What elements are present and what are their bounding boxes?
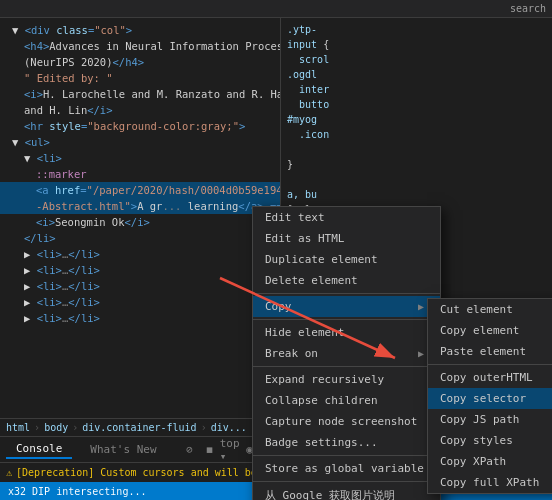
- code-line: ▶ <li>…</li>: [0, 310, 280, 326]
- breadcrumb-body[interactable]: body: [44, 422, 68, 433]
- right-line: [287, 142, 546, 157]
- breadcrumb-sep: ›: [201, 422, 207, 433]
- right-line: scrol: [287, 52, 546, 67]
- code-line-selected2: -Abstract.html">A gr... learning</a> ==: [0, 198, 280, 214]
- code-line: ::marker: [0, 166, 280, 182]
- separator: [253, 366, 440, 367]
- top-bar: search: [0, 0, 552, 18]
- menu-store[interactable]: Store as global variable: [253, 458, 440, 479]
- right-line: .icon: [287, 127, 546, 142]
- menu-break[interactable]: Break on ▶: [253, 343, 440, 364]
- submenu-cut[interactable]: Cut element: [428, 299, 552, 320]
- menu-delete[interactable]: Delete element: [253, 270, 440, 291]
- menu-google-img[interactable]: 从 Google 获取图片说明: [253, 484, 440, 500]
- right-line: a, bu: [287, 187, 546, 202]
- right-line: butto: [287, 97, 546, 112]
- breadcrumb-container[interactable]: div.container-fluid: [82, 422, 196, 433]
- right-line: #myog: [287, 112, 546, 127]
- top-select-wrapper[interactable]: top ▾: [223, 443, 237, 457]
- menu-badge[interactable]: Badge settings...: [253, 432, 440, 453]
- breadcrumb-html[interactable]: html: [6, 422, 30, 433]
- submenu-copy-xpath[interactable]: Copy XPath: [428, 451, 552, 472]
- breadcrumb-div[interactable]: div...: [211, 422, 247, 433]
- context-menu: Edit text Edit as HTML Duplicate element…: [252, 206, 441, 500]
- tab-console[interactable]: Console: [6, 440, 72, 459]
- triangle-icon: ▼: [12, 22, 25, 38]
- right-line: inter: [287, 82, 546, 97]
- code-line: </li>: [0, 230, 280, 246]
- submenu-copy-styles[interactable]: Copy styles: [428, 430, 552, 451]
- menu-collapse[interactable]: Collapse children: [253, 390, 440, 411]
- separator: [428, 364, 552, 365]
- menu-expand[interactable]: Expand recursively: [253, 369, 440, 390]
- search-label[interactable]: search: [510, 3, 546, 14]
- submenu-copy-full-xpath[interactable]: Copy full XPath: [428, 472, 552, 493]
- separator: [253, 481, 440, 482]
- right-line: [287, 172, 546, 187]
- menu-copy[interactable]: Copy ▶: [253, 296, 440, 317]
- submenu-copy-selector[interactable]: Copy selector: [428, 388, 552, 409]
- code-line: <i>Seongmin Ok</i>: [0, 214, 280, 230]
- menu-hide[interactable]: Hide element: [253, 322, 440, 343]
- separator: [253, 319, 440, 320]
- editor-area: ▼ <div class="col"> <h4>Advances in Neur…: [0, 18, 552, 418]
- code-line: <hr style="background-color:gray;">: [0, 118, 280, 134]
- menu-duplicate[interactable]: Duplicate element: [253, 249, 440, 270]
- tab-whats-new[interactable]: What's New: [80, 441, 166, 458]
- submenu-arrow-icon: ▶: [418, 301, 424, 312]
- clear-console-icon[interactable]: ⊘: [183, 443, 197, 457]
- stop-icon[interactable]: ◼: [203, 443, 217, 457]
- menu-capture[interactable]: Capture node screenshot: [253, 411, 440, 432]
- code-line: " Edited by: ": [0, 70, 280, 86]
- submenu-copy-element[interactable]: Copy element: [428, 320, 552, 341]
- right-line: input {: [287, 37, 546, 52]
- top-label: top ▾: [220, 437, 240, 463]
- breadcrumb-sep: ›: [34, 422, 40, 433]
- submenu-copy-outerhtml[interactable]: Copy outerHTML: [428, 367, 552, 388]
- code-line: ▶ <li>…</li>: [0, 278, 280, 294]
- menu-edit-html[interactable]: Edit as HTML: [253, 228, 440, 249]
- code-line: ▶ <li>…</li>: [0, 294, 280, 310]
- right-line: .ogdl: [287, 67, 546, 82]
- separator: [253, 293, 440, 294]
- code-panel: ▼ <div class="col"> <h4>Advances in Neur…: [0, 18, 280, 418]
- breadcrumb-sep: ›: [72, 422, 78, 433]
- code-line: and H. Lin</i>: [0, 102, 280, 118]
- right-line: .ytp-: [287, 22, 546, 37]
- menu-edit-text[interactable]: Edit text: [253, 207, 440, 228]
- break-arrow-icon: ▶: [418, 348, 424, 359]
- submenu: Cut element Copy element Paste element C…: [427, 298, 552, 494]
- code-line: ▶ <li>…</li>: [0, 262, 280, 278]
- status-text: x32 DIP intersecting...: [8, 486, 146, 497]
- code-line-selected: <a href="/paper/2020/hash/0004d0b59e1946…: [0, 182, 280, 198]
- code-line: <i>H. Larochelle and M. Ranzato and R. H…: [0, 86, 280, 102]
- code-line: ▼ <ul>: [0, 134, 280, 150]
- submenu-paste[interactable]: Paste element: [428, 341, 552, 362]
- separator: [253, 455, 440, 456]
- code-line: ▼ <div class="col">: [0, 22, 280, 38]
- code-line: <h4>Advances in Neural Information Proce…: [0, 38, 280, 54]
- submenu-copy-js-path[interactable]: Copy JS path: [428, 409, 552, 430]
- warning-icon: ⚠: [6, 467, 12, 478]
- right-line: }: [287, 157, 546, 172]
- code-line: (NeurIPS 2020)</h4>: [0, 54, 280, 70]
- code-line: ▼ <li>: [0, 150, 280, 166]
- code-line: ▶ <li>…</li>: [0, 246, 280, 262]
